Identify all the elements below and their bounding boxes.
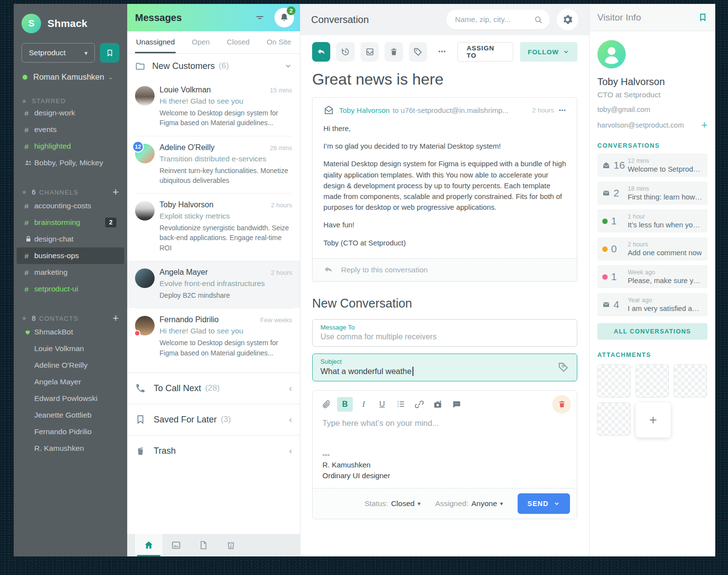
status-dot (24, 361, 34, 370)
tab-unassigned[interactable]: Unassigned (135, 31, 176, 53)
unread-count-badge: 12 (132, 141, 144, 153)
subject-field[interactable]: Subject What a wonderful weathe (312, 354, 577, 381)
visitor-conversation-item[interactable]: 1 Week ago Please, make sure you... (597, 265, 707, 288)
reply-button[interactable] (312, 42, 330, 62)
folder-trash[interactable]: Trash ‹ (127, 435, 300, 466)
sidebar-item-design-chat[interactable]: design-chat (22, 231, 119, 247)
bookmark-button[interactable] (100, 43, 119, 63)
follow-button[interactable]: FOLLOW (520, 42, 577, 62)
signature-line: Ordinary UI designer (322, 470, 567, 481)
conversation-title: Great news is here (312, 70, 577, 88)
tab-open[interactable]: Open (191, 31, 211, 53)
tab-closed[interactable]: Closed (226, 31, 250, 53)
assign-to-button[interactable]: ASSIGN TO (457, 42, 513, 62)
search-icon[interactable] (534, 15, 543, 24)
visitor-conversation-item[interactable]: 0 2 hours Add one comment now (597, 237, 707, 261)
discard-draft-button[interactable] (552, 395, 571, 414)
sidebar-item-events[interactable]: # events (22, 121, 119, 138)
customer-item-louie[interactable]: Louie Volkman 15 mins Hi there! Glad to … (127, 78, 300, 136)
customer-item-angela[interactable]: Angela Mayer 2 hours Evolve front-end in… (127, 261, 300, 308)
folder-to-call-next[interactable]: To Call Next (28) ‹ (127, 373, 300, 404)
conversation-time: 18 mins (628, 185, 703, 192)
workspace-select[interactable]: Setproduct ▾ (22, 43, 95, 63)
chevron-down-icon: ⌄ (108, 74, 113, 81)
all-conversations-button[interactable]: ALL CONVERSATIONS (597, 323, 707, 340)
group-new-customers[interactable]: New Customers (6) (127, 54, 300, 78)
email-sender-link[interactable]: Toby Halvorson (339, 106, 389, 114)
sidebar-item-marketing[interactable]: # marketing (22, 264, 119, 281)
visitor-conversation-item[interactable]: 1 1 hour It’s less fun when you’re (597, 209, 707, 233)
italic-button[interactable]: I (356, 397, 371, 412)
visitor-conversation-item[interactable]: 2 18 mins First thing: learn how t... (597, 181, 707, 205)
history-button[interactable] (336, 42, 354, 62)
underline-button[interactable]: U (374, 397, 390, 412)
list-button[interactable] (393, 397, 409, 412)
sidebar-item-setproduct-ui[interactable]: # setproduct-ui (22, 281, 119, 297)
notifications-button[interactable]: 2 (274, 8, 294, 27)
comment-button[interactable] (449, 397, 464, 412)
insert-image-button[interactable] (430, 397, 446, 412)
more-button[interactable]: ••• (433, 42, 451, 62)
reply-to-conversation-field[interactable]: Reply to this conversation (313, 258, 577, 281)
customer-item-fernando[interactable]: Fernando Pidrilio Few weeks Hi there! Gl… (127, 308, 300, 366)
folder-saved-for-later[interactable]: Saved For Later (3) ‹ (127, 404, 300, 435)
customer-time: 26 mins (270, 144, 292, 152)
conversation-toolbar: ••• ASSIGN TO FOLLOW (312, 42, 577, 62)
signature-line: --- (322, 449, 567, 460)
nav-files-button[interactable] (190, 534, 217, 556)
contact-louie[interactable]: Louie Volkman (22, 340, 119, 357)
add-attachment-button[interactable]: + (636, 402, 671, 438)
email-more-button[interactable]: ••• (559, 107, 566, 113)
customer-item-adeline[interactable]: 12 Adeline O'Reilly 26 mins Transition d… (127, 136, 300, 194)
contact-jeanette[interactable]: Jeanette Gottlieb (22, 407, 119, 423)
sidebar-item-accounting-costs[interactable]: # accounting-costs (22, 198, 119, 214)
subject-label: Subject (320, 358, 569, 365)
link-button[interactable] (411, 397, 427, 412)
add-contact-button[interactable]: + (113, 313, 119, 324)
customer-item-toby[interactable]: Toby Halvorson 2 hours Exploit sticky me… (127, 193, 300, 261)
sidebar-item-design-work[interactable]: # design-work (22, 105, 119, 121)
send-button[interactable]: SEND (518, 493, 570, 514)
search-input[interactable] (455, 15, 534, 24)
contact-edward[interactable]: Edward Powlowski (22, 390, 119, 407)
delete-button[interactable] (385, 42, 403, 62)
sidebar-item-brainstorming[interactable]: # brainstorming 2 (22, 214, 119, 231)
visitor-avatar (597, 40, 626, 68)
attach-button[interactable] (318, 397, 334, 412)
nav-trash-button[interactable] (217, 534, 245, 556)
assigned-dropdown[interactable]: Assigned: Anyone ▾ (435, 499, 503, 508)
bold-button[interactable]: B (337, 397, 353, 412)
contact-shmackbot[interactable]: ShmackBot (22, 324, 119, 340)
nav-home-button[interactable] (135, 534, 162, 556)
nav-gallery-button[interactable] (162, 534, 190, 556)
status-dropdown[interactable]: Status: Closed ▾ (364, 499, 421, 508)
attachment-placeholder[interactable] (597, 364, 631, 398)
visitor-conversation-item[interactable]: 4 Year ago I am very satisfied and... (597, 293, 707, 316)
green-status-dot (602, 219, 608, 224)
archive-button[interactable] (361, 42, 379, 62)
contact-fernando[interactable]: Fernando Pidrilio (22, 423, 119, 440)
filter-icon[interactable] (254, 12, 267, 23)
editor-textarea[interactable]: Type here what’s on your mind... --- R. … (313, 416, 577, 488)
add-email-button[interactable]: + (701, 120, 707, 131)
tab-on-site[interactable]: On Site (266, 31, 292, 53)
add-channel-button[interactable]: + (113, 187, 119, 198)
contact-angela[interactable]: Angela Mayer (22, 374, 119, 390)
contact-r-kamushken[interactable]: R. Kamushken (22, 440, 119, 457)
phone-icon (135, 383, 146, 394)
sidebar-item-group-dm[interactable]: Bobby, Polly, Mickey (22, 155, 119, 171)
attachment-placeholder[interactable] (674, 364, 707, 398)
attachment-placeholder[interactable] (597, 402, 631, 436)
sidebar-item-highlighted[interactable]: # highlighted (22, 138, 119, 155)
tag-button[interactable] (409, 42, 427, 62)
email-paragraph: I’m so glad you decided to try Material … (323, 141, 566, 152)
settings-button[interactable] (557, 9, 578, 30)
current-user-row[interactable]: Roman Kamushken ⌄ (22, 72, 119, 82)
sidebar-item-business-ops[interactable]: # business-ops (17, 247, 124, 264)
message-to-field[interactable]: Message To Use comma for multiple receiv… (312, 319, 577, 347)
tag-icon[interactable] (557, 361, 569, 373)
bookmark-visitor-button[interactable] (698, 13, 707, 22)
contact-adeline[interactable]: Adeline O'Reilly (22, 357, 119, 374)
visitor-conversation-item[interactable]: 16 12 mins Welcome to Setproduct! (597, 154, 707, 177)
attachment-placeholder[interactable] (636, 364, 669, 398)
